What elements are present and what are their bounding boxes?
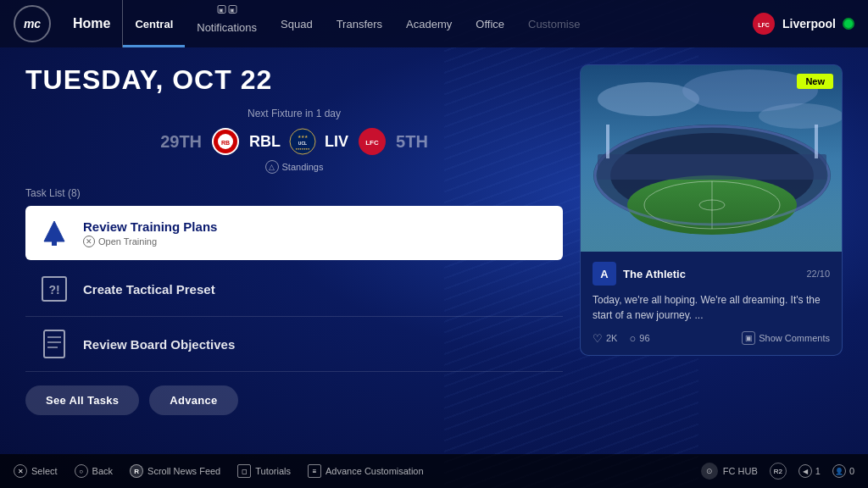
comment-icon: ○ (629, 332, 636, 345)
back-label: Back (92, 466, 113, 476)
action-buttons: See All Tasks Advance (25, 385, 563, 415)
task-sub-1: ✕ Open Training (83, 236, 551, 247)
volume-down-icon[interactable]: ◀ (798, 464, 812, 478)
svg-text:LFC: LFC (365, 139, 379, 147)
task-item-3[interactable]: Review Board Objectives (25, 317, 563, 372)
task-icon-1 (37, 216, 71, 250)
nav-item-customise[interactable]: Customise (516, 0, 592, 47)
news-image: New (581, 65, 842, 252)
fc-hub-icon: ⊙ (701, 463, 718, 480)
task-item-1[interactable]: Review Training Plans ✕ Open Training (25, 206, 563, 260)
bottom-right: ⊙ FC HUB R2 ◀ 1 👤 0 (701, 463, 854, 480)
svg-text:★★★: ★★★ (298, 134, 309, 139)
fc-hub[interactable]: ⊙ FC HUB (701, 463, 758, 480)
see-all-tasks-button[interactable]: See All Tasks (25, 385, 139, 415)
volume-control: ◀ 1 (798, 464, 821, 478)
r2-label: R2 (774, 468, 782, 475)
home-position: 29TH (160, 132, 202, 152)
show-comments-button[interactable]: ▣ Show Comments (742, 331, 830, 345)
nav-right: LFC Liverpool (752, 12, 854, 36)
away-team: 5TH (396, 132, 428, 152)
fixture-row: 29TH RB RBL ★★★ (25, 126, 563, 157)
fixture-section: Next Fixture in 1 day 29TH RB RBL (25, 108, 563, 174)
date-heading: Tuesday, Oct 22 (25, 64, 563, 96)
top-nav: mc Home Central ▣ ▣ Notifications Squad … (0, 0, 868, 47)
standings-link[interactable]: △ Standings (25, 160, 563, 174)
task-details-1: Review Training Plans ✕ Open Training (83, 219, 551, 247)
comment-count: 96 (639, 333, 649, 343)
svg-rect-16 (44, 330, 64, 358)
svg-marker-12 (44, 221, 64, 241)
r2-button[interactable]: R2 (770, 463, 787, 480)
like-button[interactable]: ♡ 2K (593, 332, 617, 345)
logo-text: mc (24, 17, 41, 30)
comment-button[interactable]: ○ 96 (629, 332, 649, 345)
standings-label: Standings (282, 162, 324, 172)
home-code: RBL (249, 133, 281, 151)
show-comments-icon: ▣ (742, 331, 755, 345)
bottom-scroll-news: R Scroll News Feed (130, 464, 220, 478)
lfc-badge: LFC (357, 126, 387, 157)
fc-hub-label: FC HUB (723, 466, 758, 476)
next-fixture-label: Next Fixture in 1 day (25, 108, 563, 119)
left-panel: Tuesday, Oct 22 Next Fixture in 1 day 29… (25, 64, 563, 437)
bottom-back: ○ Back (75, 464, 113, 478)
scroll-news-icon: R (130, 464, 143, 478)
select-icon: ✕ (14, 464, 27, 478)
nav-item-academy[interactable]: Academy (394, 0, 464, 47)
nav-item-office[interactable]: Office (464, 0, 516, 47)
volume-level: 1 (815, 466, 821, 476)
like-icon: ♡ (593, 332, 603, 345)
news-source-row: A The Athletic 22/10 (593, 262, 830, 286)
standings-icon: △ (265, 160, 279, 174)
news-text: Today, we're all hoping. We're all dream… (593, 292, 830, 323)
news-card: New A The Athletic 22/10 Today, we're al… (580, 64, 843, 356)
svg-rect-31 (598, 154, 826, 180)
task-icon-3 (37, 327, 71, 361)
nav-item-notifications[interactable]: ▣ ▣ Notifications (185, 0, 269, 47)
news-content: A The Athletic 22/10 Today, we're all ho… (581, 252, 842, 355)
advance-custom-icon: ≡ (308, 464, 321, 478)
svg-rect-33 (815, 125, 818, 158)
bottom-tutorials: ◻ Tutorials (237, 464, 291, 478)
app-logo[interactable]: mc (14, 5, 51, 42)
club-name: Liverpool (782, 17, 836, 30)
away-position: 5TH (396, 132, 428, 152)
bottom-advance-custom: ≡ Advance Customisation (308, 464, 424, 478)
svg-rect-13 (52, 241, 57, 246)
tutorials-label: Tutorials (255, 466, 291, 476)
advance-custom-label: Advance Customisation (326, 466, 424, 476)
nav-item-squad[interactable]: Squad (269, 0, 325, 47)
source-icon: A (593, 262, 616, 286)
svg-text:●●●●●●●: ●●●●●●● (296, 147, 310, 151)
bottom-select: ✕ Select (14, 464, 58, 478)
scroll-news-label: Scroll News Feed (147, 466, 220, 476)
competition-badge: ★★★ UCL ●●●●●●● (289, 128, 316, 155)
task-name-2: Create Tactical Preset (83, 282, 551, 297)
rbl-badge: RB (210, 126, 241, 157)
task-name-3: Review Board Objectives (83, 337, 551, 352)
bottom-bar: ✕ Select ○ Back R Scroll News Feed ◻ Tut… (0, 454, 868, 488)
news-date: 22/10 (806, 269, 830, 279)
tutorials-icon: ◻ (237, 464, 251, 478)
task-details-3: Review Board Objectives (83, 337, 551, 352)
player-icon: 👤 (832, 464, 846, 478)
source-name: The Athletic (623, 268, 686, 280)
home-team: 29TH (160, 132, 202, 152)
show-comments-label: Show Comments (759, 333, 830, 343)
main-content: Tuesday, Oct 22 Next Fixture in 1 day 29… (0, 47, 868, 454)
select-label: Select (31, 466, 58, 476)
nav-item-central[interactable]: Central (123, 0, 185, 47)
nav-item-transfers[interactable]: Transfers (325, 0, 394, 47)
player-count: 👤 0 (832, 464, 854, 478)
svg-text:LFC: LFC (758, 22, 770, 28)
club-badge: LFC (752, 12, 776, 36)
svg-text:RB: RB (221, 140, 230, 146)
task-details-2: Create Tactical Preset (83, 282, 551, 297)
news-new-badge: New (797, 74, 833, 89)
advance-button[interactable]: Advance (149, 385, 237, 415)
task-sub-icon-1: ✕ (83, 236, 95, 247)
nav-home[interactable]: Home (61, 0, 123, 47)
status-indicator (843, 18, 854, 30)
task-item-2[interactable]: ?! Create Tactical Preset (25, 262, 563, 317)
